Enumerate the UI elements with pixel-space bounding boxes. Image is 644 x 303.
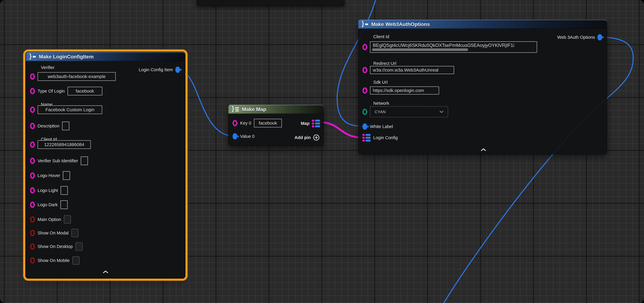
pin-label-key0: Key 0 <box>240 121 251 126</box>
node-header-make-map[interactable]: } Make Map <box>228 105 324 114</box>
node-make-map[interactable]: } Make Map Key 0 facebook Map Value 0 <box>228 105 324 146</box>
sdk-url-input[interactable]: https://sdk.openlogin.com <box>370 86 439 94</box>
pin-label-verifier: Verifier <box>41 65 54 70</box>
verifier-sub-identifier-pin[interactable] <box>30 158 35 164</box>
logo-hover-input[interactable] <box>63 171 70 180</box>
output-pin-label: Login Config Item <box>139 67 173 72</box>
client-id-scrollbar[interactable] <box>372 48 468 51</box>
show-on-modal-pin[interactable] <box>30 230 35 236</box>
verifier-sub-identifier-input[interactable] <box>81 156 88 165</box>
pin-label-main-option: Main Option <box>38 217 61 222</box>
pin-label-redirect-url: Redirect Url <box>373 61 396 66</box>
pin-label-login-config: Login Config <box>373 135 398 140</box>
client-id-pin[interactable] <box>30 142 35 148</box>
description-input[interactable] <box>62 122 69 130</box>
node-header-make-loginconfigitem[interactable]: } Make LoginConfigItem <box>26 52 185 61</box>
node-title: Make Web3AuthOptions <box>371 21 430 27</box>
logo-dark-input[interactable] <box>60 200 68 209</box>
chevron-down-icon <box>440 110 444 113</box>
white-label-pin[interactable] <box>362 124 367 130</box>
client-id-input[interactable]: BEglQSgt4cUWcj6SKRdu5QkOXTsePmMcusG5EAoy… <box>370 41 537 53</box>
main-option-pin[interactable] <box>30 216 35 222</box>
pin-label-logo-dark: Logo Dark <box>38 202 58 207</box>
show-on-modal-checkbox[interactable] <box>71 229 78 237</box>
logo-hover-pin[interactable] <box>30 172 35 179</box>
redirect-url-input[interactable]: w3a://com.w3a.Web3AuthUnreal <box>370 66 454 74</box>
blueprint-editor: } Make LoginConfigItem Login Config Item… <box>0 0 644 303</box>
logo-light-pin[interactable] <box>30 187 35 194</box>
node-header-make-web3authoptions[interactable]: } Make Web3AuthOptions <box>358 20 607 29</box>
node-make-loginconfigitem[interactable]: } Make LoginConfigItem Login Config Item… <box>26 52 185 278</box>
client-id-value: BEglQSgt4cUWcj6SKRdu5QkOXTsePmMcusG5EAoy… <box>373 43 514 48</box>
cropped-node-top[interactable] <box>196 0 344 6</box>
main-option-checkbox[interactable] <box>64 215 71 224</box>
value0-pin[interactable] <box>232 133 237 140</box>
wire-map-to-loginconfig[interactable] <box>320 122 363 138</box>
type-of-login-pin[interactable] <box>30 88 35 94</box>
pin-label-logo-hover: Logo Hover <box>38 173 60 178</box>
client-id-input[interactable]: 1222658941886084 <box>38 140 91 149</box>
map-output-pin[interactable] <box>312 120 320 127</box>
output-pin-label-map: Map <box>301 121 310 126</box>
name-pin[interactable] <box>30 106 35 113</box>
pin-label-show-on-desktop: Show On Desktop <box>38 244 73 249</box>
pin-label-network: Network <box>373 101 389 106</box>
sdk-url-pin[interactable] <box>362 87 367 94</box>
verifier-pin[interactable] <box>30 73 35 80</box>
login-config-item-output-pin[interactable] <box>175 66 180 73</box>
logo-light-input[interactable] <box>60 186 68 195</box>
pin-label-verifier-sub-identifier: Verifier Sub Identifier <box>38 158 78 163</box>
pin-label-logo-light: Logo Light <box>38 188 58 193</box>
network-dropdown[interactable]: CYAN <box>370 106 448 118</box>
pin-label-show-on-modal: Show On Modal <box>38 230 68 236</box>
logo-dark-pin[interactable] <box>30 202 35 208</box>
pin-label-type-of-login: Type Of Login <box>38 89 65 94</box>
collapse-chevron-icon[interactable] <box>480 148 486 152</box>
collapse-chevron-icon[interactable] <box>102 270 108 274</box>
key0-input[interactable]: facebook <box>254 119 282 128</box>
make-map-icon: } <box>232 106 239 112</box>
pin-label-show-on-mobile: Show On Mobile <box>38 258 70 263</box>
node-title: Make Map <box>242 106 266 112</box>
wire-loginconfigitem-to-value0[interactable] <box>178 70 233 136</box>
show-on-desktop-checkbox[interactable] <box>76 242 83 251</box>
add-pin-button[interactable]: Add pin <box>294 134 320 141</box>
verifier-input[interactable]: web3auth-facebook-example <box>38 72 116 81</box>
web3auth-options-output-pin[interactable] <box>598 34 602 40</box>
pin-label-sdk-url: Sdk Url <box>373 80 388 85</box>
login-config-pin[interactable] <box>362 134 370 142</box>
make-struct-icon: } <box>362 21 368 28</box>
show-on-desktop-pin[interactable] <box>30 243 35 250</box>
key0-pin[interactable] <box>232 120 237 126</box>
pin-label-value0: Value 0 <box>240 134 254 139</box>
add-pin-icon <box>313 134 320 141</box>
network-value: CYAN <box>374 110 386 114</box>
show-on-mobile-checkbox[interactable] <box>72 256 80 265</box>
make-struct-icon: } <box>29 53 36 60</box>
node-make-web3authoptions[interactable]: } Make Web3AuthOptions Web 3Auth Options… <box>358 20 607 154</box>
name-input[interactable]: Facebook Custom Login <box>38 105 102 114</box>
type-of-login-input[interactable]: facebook <box>68 87 102 96</box>
network-pin[interactable] <box>362 109 367 115</box>
show-on-mobile-pin[interactable] <box>30 257 35 264</box>
pin-label-description: Description <box>38 124 60 128</box>
pin-label-white-label: White Label <box>370 124 393 129</box>
graph-canvas[interactable]: } Make LoginConfigItem Login Config Item… <box>0 0 644 303</box>
pin-label-client-id: Client Id <box>373 34 389 39</box>
add-pin-label: Add pin <box>294 135 311 140</box>
client-id-pin[interactable] <box>362 44 367 50</box>
description-pin[interactable] <box>30 123 35 129</box>
redirect-url-pin[interactable] <box>362 67 367 73</box>
node-title: Make LoginConfigItem <box>39 54 94 60</box>
output-pin-label: Web 3Auth Options <box>557 35 595 40</box>
